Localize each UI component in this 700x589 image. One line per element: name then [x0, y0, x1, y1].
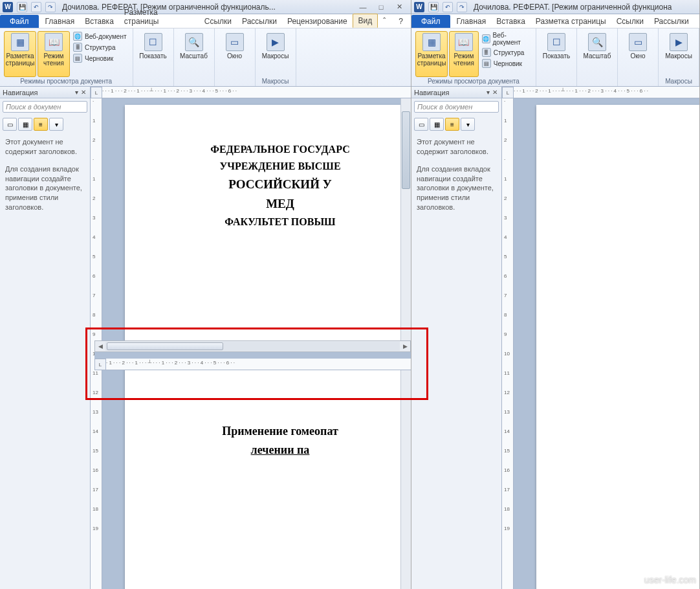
tab-file[interactable]: Файл	[0, 15, 39, 28]
draft-button[interactable]: ▤Черновик	[480, 58, 532, 69]
reading-mode-button[interactable]: 📖 Режим чтения	[38, 31, 70, 77]
group-view-modes: ▦ Разметка страницы 📖 Режим чтения 🌐Веб-…	[0, 28, 133, 86]
nav-pin-icon[interactable]: ▾	[74, 89, 80, 96]
outline-button[interactable]: ≣Структура	[71, 42, 129, 52]
macros-button[interactable]: ▶ Макросы	[662, 31, 695, 77]
horizontal-ruler[interactable]: · · · 1 · · · 2 · · · 1 · · · ┴ · · · 1 …	[514, 87, 699, 98]
split-ruler-corner[interactable]: L	[94, 359, 106, 370]
nav-tabs: ▭ ▦ ≡ ▾	[0, 115, 90, 133]
nav-close-icon[interactable]: ✕	[80, 89, 87, 96]
ribbon: ▦ Разметка страницы 📖 Режим чтения 🌐Веб-…	[0, 28, 411, 87]
doc-line-7: Применение гомеопат	[144, 425, 411, 438]
draft-button[interactable]: ▤Черновик	[71, 53, 129, 63]
collapse-ribbon-icon[interactable]: ˆ	[378, 15, 391, 28]
tab-home[interactable]: Главная	[452, 15, 492, 28]
show-icon: ☐	[547, 33, 565, 51]
tab-view[interactable]: Вид	[353, 14, 378, 28]
split-horizontal-ruler[interactable]: · 1 · · · 2 · · · 1 · · · ┴ · · · 1 · · …	[106, 359, 411, 370]
show-label: Показать	[139, 52, 167, 60]
redo-icon[interactable]: ↷	[45, 2, 56, 12]
show-button[interactable]: ☐ Показать	[137, 31, 170, 84]
tab-insert[interactable]: Вставка	[80, 15, 119, 28]
window-button[interactable]: ▭ Окно	[219, 31, 251, 84]
window-title: Дочилова. РЕФЕРАТ. [Режим ограниченной ф…	[474, 3, 697, 12]
save-icon[interactable]: 💾	[428, 2, 439, 12]
undo-icon[interactable]: ↶	[31, 2, 41, 12]
group-label-window	[219, 84, 251, 85]
horizontal-ruler[interactable]: · · · 1 · · · 2 · · · 1 · · · ┴ · · · 1 …	[102, 87, 411, 98]
workspace: Навигация ▾ ✕ 🔎 ▭ ▦ ≡ ▾ Этот документ не…	[411, 87, 699, 589]
close-button[interactable]: ✕	[390, 1, 408, 13]
quick-access-toolbar: 💾 ↶ ↷	[428, 2, 467, 12]
document-page[interactable]: При	[536, 105, 699, 589]
zoom-label: Масштаб	[584, 52, 611, 60]
print-layout-button[interactable]: ▦ Разметка страницы	[415, 31, 448, 77]
hscroll-track[interactable]	[105, 342, 400, 351]
hscroll-right-icon[interactable]: ▶	[400, 343, 410, 350]
outline-button[interactable]: ≣Структура	[480, 47, 532, 58]
reading-mode-label: Режим чтения	[39, 52, 68, 67]
nav-tab-headings[interactable]: ▭	[3, 118, 17, 131]
vertical-ruler[interactable]: ·12·12345678910111213141516171819	[502, 98, 514, 589]
nav-tabs: ▭ ▦ ≡ ▾	[411, 115, 501, 133]
tab-references[interactable]: Ссылки	[611, 15, 649, 28]
nav-header: Навигация ▾ ✕	[411, 87, 501, 98]
reading-mode-button[interactable]: 📖 Режим чтения	[449, 31, 479, 77]
reading-mode-label: Режим чтения	[451, 52, 477, 67]
doc-line-1: ФЕДЕРАЛЬНОЕ ГОСУДАРС	[144, 144, 411, 155]
navigation-pane: Навигация ▾ ✕ 🔎 ▭ ▦ ≡ ▾ Этот документ не…	[0, 87, 91, 589]
web-layout-button[interactable]: 🌐Веб-документ	[71, 31, 129, 41]
tab-mailings[interactable]: Рассылки	[649, 15, 694, 28]
print-layout-button[interactable]: ▦ Разметка страницы	[4, 31, 36, 77]
minimize-button[interactable]: —	[354, 1, 372, 13]
ruler-corner[interactable]: L	[91, 87, 102, 98]
nav-tab-dropdown[interactable]: ▾	[461, 118, 475, 131]
hscroll-thumb[interactable]	[107, 342, 223, 350]
tab-file[interactable]: Файл	[411, 15, 450, 28]
nav-tab-dropdown[interactable]: ▾	[49, 118, 63, 131]
web-layout-icon: 🌐	[482, 34, 490, 43]
page-scroll[interactable]: При	[514, 98, 699, 589]
group-macros: ▶ Макросы Макросы	[256, 28, 296, 86]
tab-insert[interactable]: Вставка	[491, 15, 530, 28]
nav-tab-pages[interactable]: ▦	[430, 118, 444, 131]
navigation-pane: Навигация ▾ ✕ 🔎 ▭ ▦ ≡ ▾ Этот документ не…	[411, 87, 502, 589]
scrollbar-thumb[interactable]	[402, 111, 410, 189]
split-hscrollbar[interactable]: ◀ ▶	[94, 340, 411, 352]
nav-pin-icon[interactable]: ▾	[485, 89, 491, 96]
search-input[interactable]	[3, 102, 98, 112]
search-input[interactable]	[415, 102, 510, 112]
nav-close-icon[interactable]: ✕	[491, 89, 499, 96]
tab-layout[interactable]: Разметка страницы	[119, 6, 199, 28]
draft-icon: ▤	[73, 54, 82, 63]
group-macros: ▶ Макросы Макросы	[659, 28, 699, 86]
tab-mailings[interactable]: Рассылки	[237, 15, 282, 28]
show-button[interactable]: ☐ Показать	[540, 31, 573, 84]
show-icon: ☐	[144, 33, 162, 51]
tab-review[interactable]: Рецензирование	[282, 15, 353, 28]
h-ruler-marks: · · · 1 · · · 2 · · · 1 · · · ┴ · · · 1 …	[102, 88, 411, 94]
nav-tab-results[interactable]: ≡	[445, 118, 459, 131]
window-button[interactable]: ▭ Окно	[622, 31, 654, 84]
tab-home[interactable]: Главная	[40, 15, 80, 28]
nav-tab-results[interactable]: ≡	[34, 118, 48, 131]
window-icon: ▭	[629, 33, 647, 51]
web-layout-button[interactable]: 🌐Веб-документ	[480, 31, 532, 47]
ruler-corner[interactable]: L	[502, 87, 514, 98]
redo-icon[interactable]: ↷	[457, 2, 467, 12]
zoom-button[interactable]: 🔍 Масштаб	[178, 31, 210, 84]
undo-icon[interactable]: ↶	[443, 2, 453, 12]
print-layout-icon: ▦	[422, 33, 441, 51]
help-icon[interactable]: ?	[393, 15, 408, 28]
split-ruler-row: L · 1 · · · 2 · · · 1 · · · ┴ · · · 1 · …	[94, 359, 411, 370]
tab-references[interactable]: Ссылки	[199, 15, 237, 28]
nav-tab-headings[interactable]: ▭	[414, 118, 428, 131]
maximize-button[interactable]: □	[372, 1, 390, 13]
zoom-button[interactable]: 🔍 Масштаб	[581, 31, 613, 84]
group-zoom: 🔍 Масштаб	[577, 28, 618, 86]
macros-button[interactable]: ▶ Макросы	[259, 31, 292, 77]
tab-layout[interactable]: Разметка страницы	[530, 15, 611, 28]
nav-tab-pages[interactable]: ▦	[18, 118, 32, 131]
save-icon[interactable]: 💾	[17, 2, 27, 12]
hscroll-left-icon[interactable]: ◀	[95, 343, 105, 350]
